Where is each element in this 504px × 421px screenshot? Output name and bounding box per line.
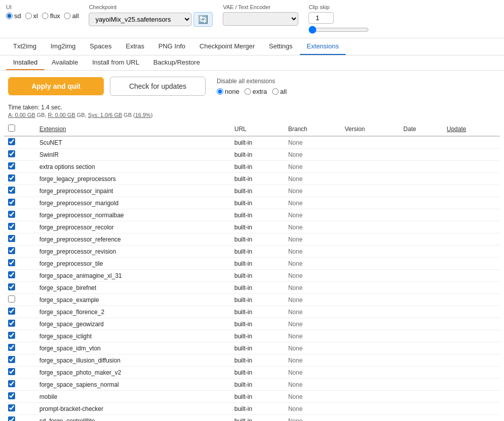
ext-branch: None	[284, 391, 341, 403]
th-update[interactable]: Update	[443, 122, 500, 136]
clipskip-slider[interactable]	[308, 26, 369, 34]
ext-update	[443, 270, 500, 282]
row-checkbox-cell[interactable]	[4, 294, 35, 306]
ext-checkbox[interactable]	[8, 187, 15, 194]
ext-checkbox[interactable]	[8, 368, 15, 375]
ext-checkbox[interactable]	[8, 150, 15, 157]
ext-checkbox[interactable]	[8, 235, 15, 242]
ui-radio-xl[interactable]: xl	[25, 12, 38, 20]
row-checkbox-cell[interactable]	[4, 270, 35, 282]
row-checkbox-cell[interactable]	[4, 258, 35, 270]
ext-branch: None	[284, 282, 341, 294]
disable-extra-option[interactable]: extra	[244, 88, 267, 95]
ext-version	[341, 173, 399, 185]
apply-quit-button[interactable]: Apply and quit	[8, 77, 104, 95]
row-checkbox-cell[interactable]	[4, 221, 35, 233]
row-checkbox-cell[interactable]	[4, 403, 35, 415]
row-checkbox-cell[interactable]	[4, 246, 35, 258]
row-checkbox-cell[interactable]	[4, 173, 35, 185]
disable-none-option[interactable]: none	[217, 88, 239, 95]
tab-extras[interactable]: Extras	[118, 38, 151, 55]
row-checkbox-cell[interactable]	[4, 330, 35, 342]
ui-radio-all[interactable]: all	[64, 12, 79, 20]
ext-version	[341, 318, 399, 330]
ext-date	[399, 161, 443, 173]
disable-all-option[interactable]: all	[272, 88, 287, 95]
row-checkbox-cell[interactable]	[4, 233, 35, 246]
ext-checkbox[interactable]	[8, 344, 15, 351]
ext-checkbox[interactable]	[8, 404, 15, 411]
row-checkbox-cell[interactable]	[4, 391, 35, 403]
ext-branch: None	[284, 209, 341, 221]
ext-checkbox[interactable]	[8, 392, 15, 399]
ext-checkbox[interactable]	[8, 138, 15, 145]
tab-txt2img[interactable]: Txt2img	[6, 38, 43, 55]
ext-checkbox[interactable]	[8, 332, 15, 339]
row-checkbox-cell[interactable]	[4, 209, 35, 221]
ext-checkbox[interactable]	[8, 416, 15, 421]
ext-checkbox[interactable]	[8, 283, 15, 290]
row-checkbox-cell[interactable]	[4, 149, 35, 161]
ext-checkbox[interactable]	[8, 211, 15, 218]
extensions-table: Extension URL Branch Version Date Update…	[4, 122, 500, 421]
row-checkbox-cell[interactable]	[4, 197, 35, 209]
subtab-installed[interactable]: Installed	[6, 55, 44, 70]
subtab-backup-restore[interactable]: Backup/Restore	[146, 55, 207, 70]
ui-radio-sd[interactable]: sd	[6, 12, 21, 20]
top-bar: UI sd xl flux all Checkpoint yayoiMix_v2…	[0, 0, 504, 38]
check-updates-button[interactable]: Check for updates	[110, 77, 206, 96]
th-extension[interactable]: Extension	[35, 122, 230, 136]
ext-name: forge_space_example	[35, 294, 230, 306]
ext-checkbox[interactable]	[8, 356, 15, 363]
checkpoint-dropdown[interactable]: yayoiMix_v25.safetensors	[89, 13, 192, 26]
row-checkbox-cell[interactable]	[4, 185, 35, 197]
row-checkbox-cell[interactable]	[4, 379, 35, 391]
ext-checkbox[interactable]	[8, 223, 15, 230]
tab-checkpoint-merger[interactable]: Checkpoint Merger	[193, 38, 262, 55]
row-checkbox-cell[interactable]	[4, 415, 35, 422]
row-checkbox-cell[interactable]	[4, 367, 35, 379]
extensions-panel: Installed Available Install from URL Bac…	[0, 55, 504, 421]
ext-version	[341, 258, 399, 270]
row-checkbox-cell[interactable]	[4, 282, 35, 294]
ui-radio-flux[interactable]: flux	[42, 12, 60, 20]
ext-checkbox[interactable]	[8, 308, 15, 315]
vae-dropdown[interactable]	[223, 12, 298, 26]
row-checkbox-cell[interactable]	[4, 161, 35, 173]
ext-name: forge_space_iclight	[35, 330, 230, 342]
subtab-available[interactable]: Available	[44, 55, 85, 70]
row-checkbox-cell[interactable]	[4, 354, 35, 367]
checkpoint-refresh-button[interactable]: 🔄	[194, 12, 213, 27]
ext-checkbox[interactable]	[8, 162, 15, 169]
ext-url: built-in	[230, 136, 284, 149]
ext-update	[443, 221, 500, 233]
tab-img2img[interactable]: Img2img	[43, 38, 83, 55]
select-all-checkbox[interactable]	[8, 125, 15, 132]
disable-all-label: Disable all extensions	[217, 78, 287, 85]
tab-spaces[interactable]: Spaces	[83, 38, 118, 55]
ext-checkbox[interactable]	[8, 247, 15, 254]
ext-checkbox[interactable]	[8, 295, 15, 303]
ext-checkbox[interactable]	[8, 199, 15, 206]
row-checkbox-cell[interactable]	[4, 306, 35, 318]
ext-date	[399, 270, 443, 282]
ext-date	[399, 379, 443, 391]
ext-name: forge_space_florence_2	[35, 306, 230, 318]
tab-png-info[interactable]: PNG Info	[151, 38, 192, 55]
ext-checkbox[interactable]	[8, 174, 15, 182]
clipskip-input[interactable]: 1	[308, 12, 334, 24]
row-checkbox-cell[interactable]	[4, 318, 35, 330]
ext-checkbox[interactable]	[8, 380, 15, 387]
ext-checkbox[interactable]	[8, 320, 15, 327]
subtab-install-from-url[interactable]: Install from URL	[85, 55, 146, 70]
ext-checkbox[interactable]	[8, 271, 15, 278]
ext-checkbox[interactable]	[8, 259, 15, 266]
tab-settings[interactable]: Settings	[262, 38, 300, 55]
clipskip-section: Clip skip 1	[308, 4, 369, 34]
ext-branch: None	[284, 161, 341, 173]
tab-extensions[interactable]: Extensions	[300, 38, 346, 55]
row-checkbox-cell[interactable]	[4, 342, 35, 354]
ext-update	[443, 136, 500, 149]
ext-date	[399, 185, 443, 197]
row-checkbox-cell[interactable]	[4, 136, 35, 149]
